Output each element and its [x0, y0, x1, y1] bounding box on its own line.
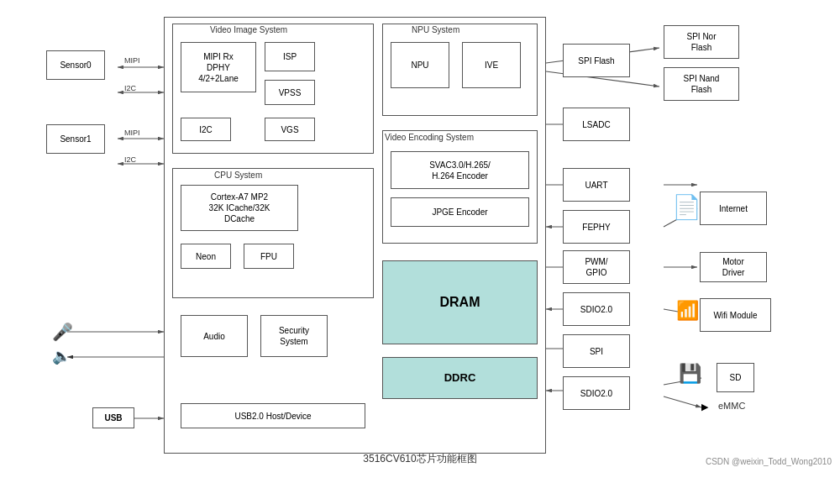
cortex-label: Cortex-A7 MP2 32K ICache/32K DCache: [209, 192, 270, 224]
spi-box: SPI: [563, 334, 630, 368]
sensor1-label: Sensor1: [60, 134, 91, 144]
sd-label: SD: [730, 372, 742, 383]
usb-label: USB: [104, 412, 122, 423]
pwm-gpio-box: PWM/ GPIO: [563, 250, 630, 284]
mipi1-label: MIPI: [124, 129, 140, 137]
sensor0-box: Sensor0: [46, 50, 105, 80]
spi-flash-box: SPI Flash: [563, 44, 630, 77]
i2c-box: I2C: [181, 118, 231, 141]
neon-box: Neon: [181, 244, 231, 269]
sdio1-label: SDIO2.0: [580, 304, 612, 315]
spi-label: SPI: [590, 346, 603, 357]
speaker-icon: 🔈: [52, 347, 71, 365]
sdio2-box: SDIO2.0: [563, 376, 630, 410]
i2c-label: I2C: [199, 124, 213, 135]
diagram-container: Sensor0 MIPI I2C Sensor1 MIPI I2C 🎤 🔈 US…: [0, 0, 840, 470]
i2c0-label: I2C: [124, 84, 136, 92]
fephy-box: FEPHY: [563, 210, 630, 244]
dram-box: DRAM: [382, 260, 538, 344]
vpss-box: VPSS: [265, 80, 315, 105]
ive-label: IVE: [485, 60, 498, 71]
npu-box: NPU: [391, 42, 449, 88]
motor-driver-box: Motor Driver: [700, 252, 767, 282]
video-image-label: Video Image System: [210, 25, 287, 34]
npu-unit-label: NPU: [411, 60, 428, 71]
emmc-label: eMMC: [718, 401, 745, 411]
sensor0-label: Sensor0: [60, 60, 91, 71]
vgs-box: VGS: [265, 118, 315, 141]
sdio1-box: SDIO2.0: [563, 292, 630, 326]
diagram-title: 3516CV610芯片功能框图: [363, 453, 476, 465]
uart-label: UART: [585, 180, 607, 191]
ive-box: IVE: [462, 42, 521, 88]
motor-driver-label: Motor Driver: [722, 256, 745, 278]
fpu-label: FPU: [260, 251, 277, 262]
wifi-icon: 📶: [676, 300, 699, 322]
h265-encoder-box: SVAC3.0/H.265/ H.264 Encoder: [391, 151, 529, 189]
credit-label: CSDN @weixin_Todd_Wong2010: [706, 457, 832, 466]
dram-label: DRAM: [440, 294, 480, 312]
i2c1-label: I2C: [124, 155, 136, 164]
sdio2-label: SDIO2.0: [580, 388, 612, 399]
vgs-label: VGS: [281, 124, 298, 135]
wifi-module-box: Wifi Module: [700, 298, 771, 332]
audio-label: Audio: [203, 331, 225, 342]
jpge-encoder-box: JPGE Encoder: [391, 197, 529, 227]
footer-credit: CSDN @weixin_Todd_Wong2010: [706, 457, 832, 466]
npu-label: NPU System: [412, 25, 459, 34]
internet-label: Internet: [719, 203, 748, 214]
security-box: Security System: [260, 315, 328, 357]
sd-box: SD: [717, 363, 754, 392]
mipi-rx-label: MIPI Rx DPHY 4/2+2Lane: [198, 51, 239, 84]
neon-label: Neon: [196, 251, 216, 262]
internet-box: Internet: [700, 192, 767, 225]
lsadc-label: LSADC: [582, 119, 610, 130]
spi-nor-flash-label: SPI Nor Flash: [686, 31, 716, 53]
fephy-label: FEPHY: [582, 222, 610, 233]
video-encoding-label: Video Encoding System: [385, 133, 474, 142]
security-label: Security System: [279, 325, 309, 347]
spi-nand-flash-box: SPI Nand Flash: [664, 67, 739, 101]
isp-label: ISP: [283, 51, 297, 62]
isp-box: ISP: [265, 42, 315, 71]
fpu-box: FPU: [244, 244, 294, 269]
usb-device-box: USB2.0 Host/Device: [181, 403, 365, 428]
mic-icon: 🎤: [52, 322, 73, 342]
mipi-rx-box: MIPI Rx DPHY 4/2+2Lane: [181, 42, 256, 92]
cpu-label: CPU System: [214, 171, 262, 180]
emmc-arrow: ▶: [701, 402, 708, 412]
mipi0-label: MIPI: [124, 56, 140, 65]
h265-label: SVAC3.0/H.265/ H.264 Encoder: [429, 160, 491, 181]
audio-box: Audio: [181, 315, 248, 357]
pwm-gpio-label: PWM/ GPIO: [585, 256, 607, 278]
uart-box: UART: [563, 168, 630, 202]
sd-icon: 💾: [679, 363, 701, 385]
usb-device-label: USB2.0 Host/Device: [234, 411, 311, 422]
spi-nand-flash-label: SPI Nand Flash: [684, 73, 720, 95]
vpss-label: VPSS: [279, 87, 302, 98]
lsadc-box: LSADC: [563, 108, 630, 141]
ddrc-box: DDRC: [382, 357, 538, 399]
cortex-box: Cortex-A7 MP2 32K ICache/32K DCache: [181, 185, 298, 231]
ddrc-label: DDRC: [444, 371, 476, 386]
wifi-module-label: Wifi Module: [713, 310, 757, 321]
jpge-label: JPGE Encoder: [432, 207, 487, 218]
spi-flash-label: SPI Flash: [578, 55, 614, 66]
sensor1-box: Sensor1: [46, 124, 105, 154]
internet-icon: 📄: [672, 193, 701, 221]
spi-nor-flash-box: SPI Nor Flash: [664, 25, 739, 59]
usb-box: USB: [92, 407, 134, 428]
